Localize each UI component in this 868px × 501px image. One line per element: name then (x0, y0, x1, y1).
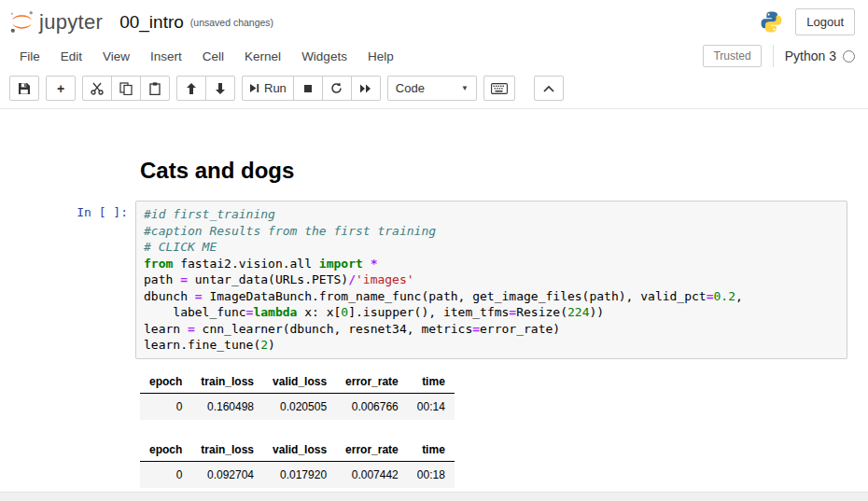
stop-icon (303, 84, 313, 93)
code-cell[interactable]: In [ ]: #id first_training#caption Resul… (0, 201, 868, 359)
training-output: epochtrain_lossvalid_losserror_ratetime0… (135, 359, 847, 501)
table-cell: 00:14 (408, 393, 455, 420)
run-cell-button[interactable]: Run (242, 76, 294, 101)
fine-tune-head-table: epochtrain_lossvalid_losserror_ratetime0… (140, 370, 455, 420)
clipboard-icon (148, 82, 161, 95)
plus-icon: + (57, 82, 64, 95)
copy-cell-button[interactable] (111, 76, 141, 101)
logout-button[interactable]: Logout (795, 8, 855, 35)
table-header: error_rate (336, 370, 408, 394)
collapse-toolbar-button[interactable] (534, 76, 564, 101)
menu-item-file[interactable]: File (9, 44, 50, 69)
menubar: FileEditViewInsertCellKernelWidgetsHelp … (0, 41, 868, 71)
kernel-idle-icon (843, 50, 855, 63)
menu-item-edit[interactable]: Edit (50, 44, 92, 69)
notebook-title[interactable]: 00_intro (119, 12, 184, 33)
scissors-icon (91, 82, 104, 95)
menu-item-kernel[interactable]: Kernel (234, 44, 291, 69)
keyboard-icon (491, 83, 508, 94)
markdown-heading: Cats and dogs (135, 158, 847, 184)
table-header: epoch (140, 438, 191, 462)
kernel-name: Python 3 (785, 49, 836, 63)
run-button-label: Run (264, 81, 287, 95)
caret-down-icon: ▼ (461, 84, 469, 92)
table-cell: 0 (140, 461, 191, 488)
menu-item-view[interactable]: View (92, 44, 140, 69)
table-cell: 0.092704 (191, 461, 263, 488)
table-header: train_loss (191, 370, 263, 394)
python-logo-icon (759, 9, 784, 35)
save-icon (18, 82, 31, 95)
table-header: time (408, 438, 455, 462)
table-cell: 0.160498 (191, 393, 263, 420)
kernel-indicator: Python 3 (773, 45, 855, 67)
cut-cell-button[interactable] (82, 76, 112, 101)
table-header: valid_loss (263, 438, 336, 462)
output-cell-prompt (0, 359, 135, 364)
table-row: 00.1604980.0205050.00676600:14 (140, 393, 455, 420)
table-header: error_rate (336, 438, 408, 462)
command-palette-button[interactable] (483, 76, 515, 101)
table-cell: 0 (140, 393, 191, 420)
restart-kernel-button[interactable] (322, 76, 352, 101)
run-icon (249, 83, 259, 93)
paste-cell-button[interactable] (140, 76, 170, 101)
jupyter-logo[interactable]: jupyter (9, 9, 103, 35)
trusted-badge: Trusted (703, 45, 761, 67)
markdown-cell[interactable]: Cats and dogs (0, 158, 868, 184)
table-cell: 0.006766 (336, 393, 408, 420)
table-cell: 0.020505 (263, 393, 336, 420)
header: jupyter 00_intro (unsaved changes) Logou… (0, 0, 868, 41)
move-cell-down-button[interactable] (205, 76, 235, 101)
move-cell-up-button[interactable] (176, 76, 206, 101)
table-header: time (408, 370, 455, 394)
table-header: valid_loss (263, 370, 336, 394)
restart-icon (330, 82, 343, 94)
table-cell: 0.007442 (336, 461, 408, 488)
code-cell-prompt: In [ ]: (0, 201, 135, 219)
restart-run-all-button[interactable] (351, 76, 381, 101)
add-cell-button[interactable]: + (46, 76, 76, 101)
table-header: train_loss (191, 438, 263, 462)
arrow-down-icon (216, 83, 225, 94)
menu-item-cell[interactable]: Cell (192, 44, 234, 69)
interrupt-kernel-button[interactable] (293, 76, 323, 101)
table-cell: 0.017920 (263, 461, 336, 488)
save-status: (unsaved changes) (190, 17, 273, 28)
jupyter-planet-icon (9, 9, 35, 35)
cell-type-dropdown[interactable]: Code ▼ (387, 76, 477, 101)
notebook-area: Cats and dogs In [ ]: #id first_training… (0, 109, 868, 501)
menu-item-insert[interactable]: Insert (140, 44, 192, 69)
chevron-up-icon (543, 85, 554, 92)
menu-items: FileEditViewInsertCellKernelWidgetsHelp (9, 44, 404, 69)
fast-forward-icon (359, 84, 371, 93)
code-input-area[interactable]: #id first_training#caption Results from … (135, 201, 847, 359)
jupyter-logo-text: jupyter (39, 10, 103, 35)
code-editor[interactable]: #id first_training#caption Results from … (136, 202, 847, 358)
save-button[interactable] (9, 76, 39, 101)
table-row: 00.0927040.0179200.00744200:18 (140, 461, 455, 488)
output-cell: epochtrain_lossvalid_losserror_ratetime0… (0, 359, 868, 501)
table-cell: 00:18 (408, 461, 455, 488)
menu-item-widgets[interactable]: Widgets (291, 44, 357, 69)
table-header: epoch (140, 370, 191, 394)
arrow-up-icon (187, 83, 196, 94)
menu-item-help[interactable]: Help (357, 44, 404, 69)
markdown-cell-prompt (0, 158, 135, 162)
cell-type-value: Code (396, 81, 425, 95)
horizontal-scrollbar[interactable] (0, 492, 868, 501)
copy-icon (119, 82, 133, 95)
toolbar: + (0, 71, 868, 109)
